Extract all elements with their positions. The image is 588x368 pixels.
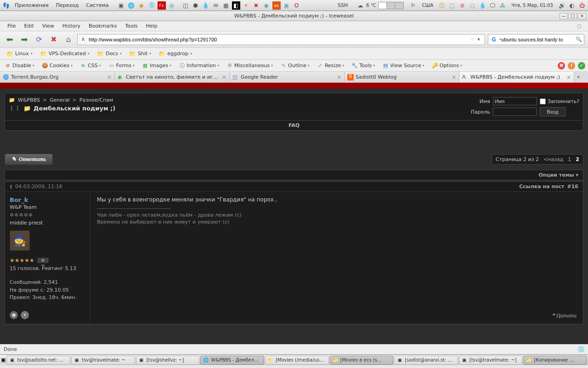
rating-toggle[interactable]: + − [37, 258, 49, 263]
avatar[interactable]: 🧙 [10, 230, 30, 251]
close-icon[interactable]: × [222, 74, 226, 80]
tab-greader[interactable]: ◫Google Reader× [230, 72, 345, 82]
no-entry-icon[interactable]: ⊘ [458, 1, 466, 10]
thread-options[interactable]: Опции темы ▾ [5, 170, 583, 180]
menu-help[interactable]: Help [142, 22, 161, 30]
app-icon-8[interactable]: ◌ [468, 1, 476, 10]
terminal-icon[interactable]: ▣ [117, 1, 125, 10]
display-icon[interactable]: 🖵 [488, 1, 497, 10]
app-icon-2[interactable]: ◫ [181, 1, 190, 10]
url-dropdown[interactable]: ▾ [475, 36, 483, 42]
network-icon[interactable]: 🖧 [498, 1, 507, 10]
tade-wpbbs[interactable]: ΛW&PBBS - Дембельский подиум ;)× [459, 72, 574, 82]
bookmark-linux[interactable]: 📁Linux▾ [4, 50, 35, 58]
dev-images[interactable]: ▦Images▾ [140, 62, 173, 70]
menu-applications[interactable]: Приложения [12, 1, 51, 9]
app-icon-6[interactable]: ▣ [283, 1, 291, 10]
quote-button[interactable]: ❝Цитата [552, 312, 577, 319]
page-back[interactable]: <назад [543, 156, 563, 162]
post-number[interactable]: #16 [567, 184, 578, 190]
reply-button[interactable]: ✎ Ответить [5, 154, 53, 165]
lock-icon[interactable]: ⚿ [438, 1, 446, 10]
volume-icon[interactable]: 🔊 [558, 1, 566, 10]
bookmark-docs[interactable]: 📁Docs▾ [94, 50, 124, 58]
bookmark-star-icon[interactable]: ☆ [470, 36, 475, 42]
google-icon[interactable]: G [490, 36, 498, 43]
tab-list-dropdown[interactable]: ▾ [574, 72, 582, 82]
workspace-switcher[interactable] [378, 2, 404, 9]
close-icon[interactable]: × [566, 74, 571, 80]
filezilla-icon[interactable]: Fz [158, 1, 166, 10]
url-bar[interactable]: Λ ☆ ▾ [77, 34, 485, 45]
app-icon-4[interactable]: ◧ [232, 1, 240, 10]
bc-root[interactable]: W&PBBS [18, 97, 40, 103]
dev-css[interactable]: ≡CSS▾ [78, 62, 103, 70]
search-icon[interactable]: 🔍 [576, 36, 582, 42]
app-icon-9[interactable]: ◐ [568, 1, 576, 10]
permalink[interactable]: Ссылка на пост [519, 184, 564, 190]
skype-status-icon[interactable]: Ⓢ [578, 345, 584, 354]
bc-cat[interactable]: General [50, 97, 69, 103]
faq-link[interactable]: FAQ [288, 122, 300, 128]
remember-checkbox[interactable] [540, 98, 546, 104]
stop-button[interactable]: ✖ [48, 34, 60, 46]
menu-bookmarks[interactable]: Bookmarks [85, 22, 120, 30]
power-icon[interactable]: ⏻ [578, 1, 586, 10]
dev-forms[interactable]: ▭Forms▾ [107, 62, 136, 70]
bookmark-eggdrop[interactable]: 📁eggdrop▾ [156, 50, 195, 58]
tab-cinema[interactable]: ◉Светът на киното, филмите и игрит...× [115, 72, 230, 82]
forward-button[interactable]: ➡ [18, 34, 30, 46]
menu-view[interactable]: View [39, 22, 58, 30]
dev-status-green[interactable]: ✓ [578, 62, 585, 69]
task-button[interactable]: ▣tsv@sadistto.net: ... [6, 356, 70, 365]
tab-torrent[interactable]: 🌀Torrent.Burgas.Org× [0, 72, 115, 82]
dev-options[interactable]: 🔑Options▾ [430, 62, 464, 70]
drop-icon[interactable]: 💧 [202, 1, 210, 10]
app-icon[interactable]: ◎ [168, 1, 176, 10]
task-button[interactable]: ▣[tsv@shellvz: ~] [136, 356, 200, 365]
ssh-label[interactable]: SSH [335, 1, 351, 9]
bookmark-vps[interactable]: 📁VPS-Dedicated▾ [37, 50, 92, 58]
dev-status-orange[interactable]: ! [568, 62, 575, 69]
dev-viewsource[interactable]: ▤View Source▾ [380, 62, 426, 70]
task-button[interactable]: ▣tsv@travelmate: ~ [71, 356, 135, 365]
star-icon[interactable]: ✦ [242, 1, 250, 10]
cross-icon[interactable]: ✖ [252, 1, 260, 10]
menu-file[interactable]: File [4, 22, 19, 30]
menu-history[interactable]: History [59, 22, 84, 30]
maximize-button[interactable]: □ [569, 13, 577, 19]
task-button[interactable]: 📁[Копирование ... [523, 356, 587, 365]
message-icon[interactable]: ▾ [21, 311, 29, 319]
skype-icon[interactable]: Ⓢ [147, 1, 156, 10]
app-icon-7[interactable]: ⬚ [448, 1, 456, 10]
login-button[interactable]: Вход [540, 107, 565, 116]
name-input[interactable] [493, 97, 537, 105]
disc-icon[interactable]: ◉ [137, 1, 146, 10]
globe-icon[interactable]: 🌐 [127, 1, 136, 10]
dev-outline[interactable]: ✎Outline▾ [278, 62, 311, 70]
opera-icon[interactable]: O [293, 1, 301, 10]
dev-status-red[interactable]: ✖ [558, 62, 565, 69]
drop-icon-2[interactable]: 💧 [478, 1, 486, 10]
search-input[interactable] [501, 37, 576, 42]
flag-icon[interactable]: 🏳 [409, 1, 418, 10]
task-button[interactable]: 📁[Movies (/media/us... [265, 356, 329, 365]
dev-info[interactable]: ⓘInformation▾ [177, 62, 221, 70]
menu-edit[interactable]: Edit [20, 22, 37, 30]
close-icon[interactable]: × [337, 74, 341, 80]
bookmark-shit[interactable]: 📁Shit▾ [126, 50, 154, 58]
menu-system[interactable]: Система [83, 1, 111, 9]
close-button[interactable]: × [578, 13, 586, 19]
minimize-button[interactable]: — [560, 13, 568, 19]
lastfm-icon[interactable]: as [272, 1, 281, 10]
bc-forum[interactable]: Разное/Спам [79, 97, 113, 103]
dev-resize[interactable]: ⤢Resize▾ [315, 62, 346, 70]
menu-tools[interactable]: Tools [121, 22, 141, 30]
search-box[interactable]: G ▾ 🔍 [488, 34, 584, 45]
dev-disable[interactable]: ⊘Disable▾ [3, 62, 36, 70]
calculator-icon[interactable]: ▦ [222, 1, 230, 10]
dev-tools[interactable]: 🔧Tools▾ [350, 62, 377, 70]
app-icon-3[interactable]: ⬢ [192, 1, 200, 10]
task-button[interactable]: 📁[Movies в ecs (s... [330, 356, 394, 365]
dev-misc[interactable]: ⚙Miscellaneous▾ [225, 62, 275, 70]
